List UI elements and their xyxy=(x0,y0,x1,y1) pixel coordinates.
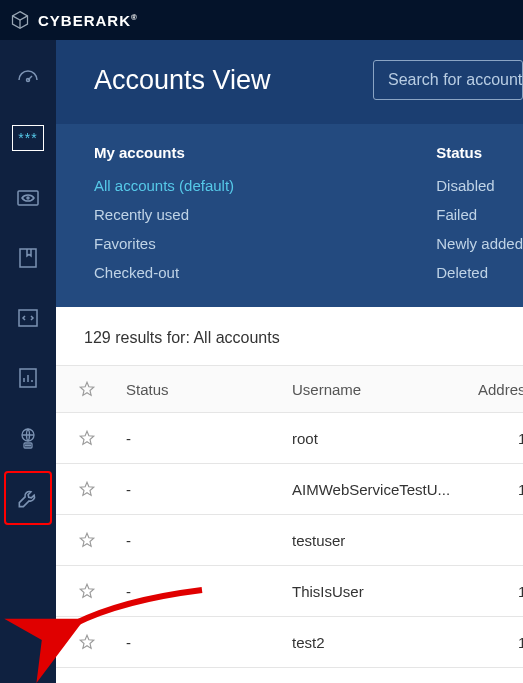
accounts-icon: *** xyxy=(12,125,44,151)
star-icon xyxy=(64,380,110,398)
filter-heading-status: Status xyxy=(436,144,523,161)
col-header-address[interactable]: Address xyxy=(470,366,523,413)
table-row[interactable]: - ThisIsUser 10.10.0 xyxy=(56,566,523,617)
admin-highlight-box xyxy=(4,471,52,525)
results-label: results for: xyxy=(115,329,190,346)
svg-point-16 xyxy=(30,445,31,446)
results-scope: All accounts xyxy=(193,329,279,346)
gauge-icon xyxy=(16,66,40,90)
cell-status: - xyxy=(118,515,284,566)
col-header-favorite[interactable] xyxy=(56,366,118,413)
bookmark-icon xyxy=(16,246,40,270)
svg-rect-4 xyxy=(18,191,38,205)
cell-address: 10.10.1 xyxy=(470,413,523,464)
cell-username: AIMWebServiceTestU... xyxy=(284,464,470,515)
brand-logo-icon xyxy=(10,10,30,30)
svg-marker-18 xyxy=(80,431,94,444)
filter-checked-out[interactable]: Checked-out xyxy=(94,264,436,281)
svg-marker-22 xyxy=(80,635,94,648)
search-input[interactable]: Search for accounts xyxy=(373,60,523,100)
filter-status: Status Disabled Failed Newly added Delet… xyxy=(436,144,523,281)
star-icon[interactable] xyxy=(64,531,110,549)
sidebar: » *** xyxy=(0,0,56,683)
nav-policies[interactable] xyxy=(0,228,56,288)
accounts-table: Status Username Address - root 10.10.1 -… xyxy=(56,365,523,668)
table-row[interactable]: - test2 10.10.1 xyxy=(56,617,523,668)
nav-reports[interactable] xyxy=(0,348,56,408)
col-header-status[interactable]: Status xyxy=(118,366,284,413)
nav-access[interactable] xyxy=(0,408,56,468)
globe-lock-icon xyxy=(16,426,40,450)
table-header-row: Status Username Address xyxy=(56,366,523,413)
cell-username: testuser xyxy=(284,515,470,566)
cell-status: - xyxy=(118,413,284,464)
table-row[interactable]: - testuser xyxy=(56,515,523,566)
cell-username: ThisIsUser xyxy=(284,566,470,617)
table-row[interactable]: - root 10.10.1 xyxy=(56,413,523,464)
filter-panel: My accounts All accounts (default) Recen… xyxy=(56,124,523,307)
filter-favorites[interactable]: Favorites xyxy=(94,235,436,252)
svg-rect-7 xyxy=(19,310,37,326)
cell-username: test2 xyxy=(284,617,470,668)
table-body: - root 10.10.1 - AIMWebServiceTestU... 1… xyxy=(56,413,523,668)
filter-disabled[interactable]: Disabled xyxy=(436,177,523,194)
filter-failed[interactable]: Failed xyxy=(436,206,523,223)
nav-accounts[interactable]: *** xyxy=(0,108,56,168)
nav-dashboard[interactable] xyxy=(0,48,56,108)
filter-deleted[interactable]: Deleted xyxy=(436,264,523,281)
filter-heading-my-accounts: My accounts xyxy=(94,144,436,161)
svg-rect-6 xyxy=(20,249,36,267)
cell-address xyxy=(470,515,523,566)
results-count: 129 xyxy=(84,329,111,346)
cell-address: 10.10.1 xyxy=(470,617,523,668)
cell-status: - xyxy=(118,464,284,515)
page-header: Accounts View Search for accounts My acc… xyxy=(56,0,523,307)
svg-point-5 xyxy=(27,197,29,199)
wrench-icon xyxy=(15,485,41,511)
star-icon[interactable] xyxy=(64,480,110,498)
brand-bar: CYBERARK® xyxy=(0,0,523,40)
main-content: Accounts View Search for accounts My acc… xyxy=(56,0,523,683)
svg-point-14 xyxy=(26,445,27,446)
cell-status: - xyxy=(118,617,284,668)
cell-username: root xyxy=(284,413,470,464)
svg-marker-20 xyxy=(80,533,94,546)
results-summary: 129 results for: All accounts xyxy=(56,307,523,365)
cell-address: 10.10.0 xyxy=(470,566,523,617)
eye-monitor-icon xyxy=(16,186,40,210)
cell-address: 10.10.1 xyxy=(470,464,523,515)
page-title: Accounts View xyxy=(94,65,271,96)
code-window-icon xyxy=(16,306,40,330)
svg-marker-21 xyxy=(80,584,94,597)
nav-admin[interactable] xyxy=(0,468,56,528)
filter-newly-added[interactable]: Newly added xyxy=(436,235,523,252)
star-icon[interactable] xyxy=(64,633,110,651)
svg-marker-17 xyxy=(80,382,94,395)
brand-name: CYBERARK® xyxy=(38,12,138,29)
svg-point-15 xyxy=(28,445,29,446)
nav-monitoring[interactable] xyxy=(0,168,56,228)
col-header-username[interactable]: Username xyxy=(284,366,470,413)
cell-status: - xyxy=(118,566,284,617)
star-icon[interactable] xyxy=(64,582,110,600)
report-icon xyxy=(16,366,40,390)
star-icon[interactable] xyxy=(64,429,110,447)
filter-my-accounts: My accounts All accounts (default) Recen… xyxy=(94,144,436,281)
svg-marker-19 xyxy=(80,482,94,495)
table-row[interactable]: - AIMWebServiceTestU... 10.10.1 xyxy=(56,464,523,515)
filter-all-accounts[interactable]: All accounts (default) xyxy=(94,177,436,194)
nav-applications[interactable] xyxy=(0,288,56,348)
filter-recently-used[interactable]: Recently used xyxy=(94,206,436,223)
